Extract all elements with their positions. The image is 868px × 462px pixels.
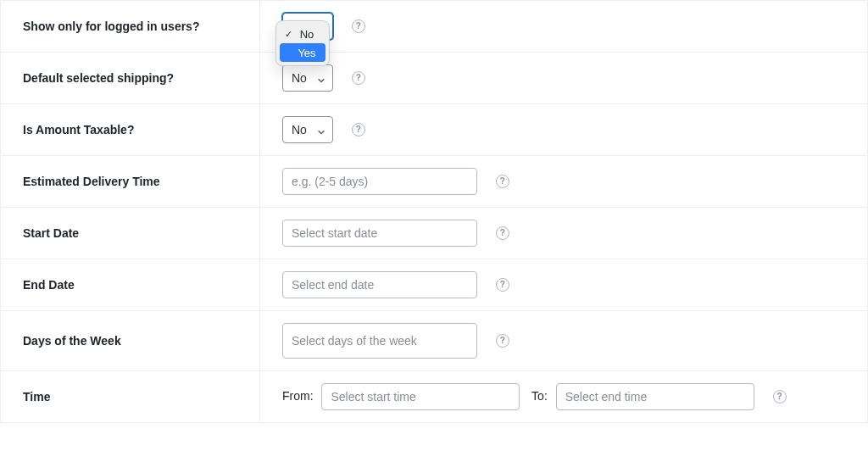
- field-start-date: ?: [260, 208, 868, 259]
- input-estimated-delivery-time[interactable]: [282, 168, 477, 195]
- help-icon[interactable]: ?: [352, 19, 365, 33]
- chevron-down-icon: [317, 125, 326, 134]
- dropdown-logged-in-users[interactable]: ✓ No Yes: [275, 20, 330, 66]
- field-days-of-week: ?: [260, 311, 868, 371]
- field-time: From: To: ?: [260, 371, 868, 423]
- row-amount-taxable: Is Amount Taxable? No ?: [1, 104, 868, 156]
- help-icon[interactable]: ?: [496, 226, 509, 240]
- dropdown-option-yes-label: Yes: [293, 47, 320, 59]
- row-logged-in-users: Show only for logged in users? No ?: [1, 1, 868, 53]
- row-time: Time From: To: ?: [1, 371, 868, 423]
- label-time: Time: [1, 371, 260, 423]
- label-logged-in-users: Show only for logged in users?: [1, 1, 260, 53]
- select-amount-taxable[interactable]: No: [282, 116, 333, 143]
- help-icon[interactable]: ?: [496, 175, 509, 188]
- input-time-from[interactable]: [321, 383, 520, 410]
- row-estimated-delivery-time: Estimated Delivery Time ?: [1, 156, 868, 208]
- help-icon[interactable]: ?: [773, 390, 787, 404]
- row-days-of-week: Days of the Week ?: [1, 311, 868, 371]
- form-table: Show only for logged in users? No ? Defa…: [0, 0, 868, 423]
- dropdown-option-no-label: No: [293, 28, 320, 41]
- time-to-label: To:: [531, 389, 548, 403]
- time-from-label: From:: [282, 389, 314, 403]
- label-days-of-week: Days of the Week: [1, 311, 260, 371]
- dropdown-option-yes[interactable]: Yes: [280, 43, 326, 62]
- field-default-selected-shipping: No ?: [260, 53, 868, 104]
- select-default-selected-shipping[interactable]: No: [282, 64, 333, 92]
- select-default-selected-shipping-value: No: [292, 71, 307, 85]
- input-days-of-week[interactable]: [282, 323, 477, 359]
- label-default-selected-shipping: Default selected shipping?: [1, 53, 260, 104]
- field-logged-in-users: No ?: [260, 1, 868, 53]
- field-estimated-delivery-time: ?: [260, 156, 868, 208]
- select-amount-taxable-value: No: [292, 123, 307, 136]
- row-default-selected-shipping: Default selected shipping? No ?: [1, 53, 868, 104]
- chevron-down-icon: [317, 74, 326, 82]
- check-icon: ✓: [283, 29, 293, 40]
- input-time-to[interactable]: [556, 383, 754, 410]
- field-end-date: ?: [260, 259, 868, 311]
- label-amount-taxable: Is Amount Taxable?: [1, 104, 260, 156]
- label-estimated-delivery-time: Estimated Delivery Time: [1, 156, 260, 208]
- label-end-date: End Date: [1, 259, 260, 311]
- help-icon[interactable]: ?: [496, 334, 509, 348]
- help-icon[interactable]: ?: [352, 71, 365, 85]
- input-end-date[interactable]: [282, 271, 477, 298]
- dropdown-option-no[interactable]: ✓ No: [280, 25, 326, 43]
- settings-form: Show only for logged in users? No ? Defa…: [0, 0, 868, 423]
- help-icon[interactable]: ?: [352, 123, 365, 136]
- row-end-date: End Date ?: [1, 259, 868, 311]
- label-start-date: Start Date: [1, 208, 260, 259]
- input-start-date[interactable]: [282, 220, 477, 247]
- help-icon[interactable]: ?: [496, 278, 509, 292]
- field-amount-taxable: No ?: [260, 104, 868, 156]
- row-start-date: Start Date ?: [1, 208, 868, 259]
